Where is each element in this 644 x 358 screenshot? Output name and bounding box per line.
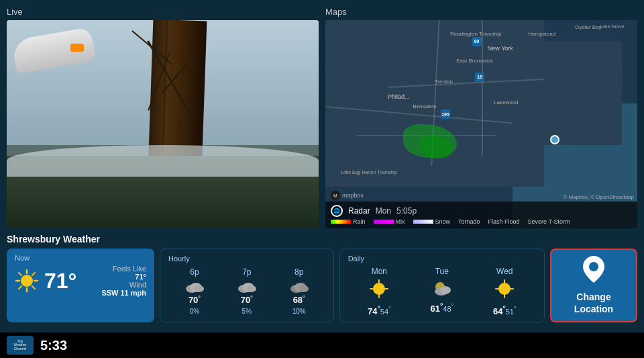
- list-item: 8p 68° 10%: [290, 267, 309, 315]
- svg-point-0: [21, 275, 33, 287]
- daily-items: Mon 74°54°: [348, 267, 536, 315]
- hourly-precip-2: 10%: [292, 308, 306, 315]
- maps-label: Maps: [325, 7, 637, 17]
- daily-high-1: 61°48°: [430, 302, 453, 314]
- cloud-icon-2: [290, 279, 309, 292]
- hourly-temp-1: 70°: [241, 294, 253, 305]
- feels-like-label: Feels Like: [101, 265, 146, 273]
- map-time: 5:05p: [396, 206, 417, 216]
- hourly-time-1: 7p: [242, 267, 251, 277]
- now-temp: 71°: [44, 269, 76, 294]
- hourly-temp-2: 68°: [293, 294, 305, 305]
- live-video-bg: [7, 20, 319, 228]
- daily-high-0: 74°54°: [368, 304, 391, 316]
- map-day: Mon: [376, 206, 391, 216]
- svg-point-26: [498, 283, 511, 295]
- list-item: 7p 70° 5%: [237, 267, 256, 315]
- map-bg: New York Trenton Philad... Hempstead Rea…: [325, 20, 637, 228]
- daily-icon-2: [494, 279, 515, 302]
- hourly-time-2: 8p: [294, 267, 303, 277]
- legend-mix: Mix: [374, 218, 405, 225]
- svg-point-17: [299, 285, 309, 292]
- cloud-icon-1: [237, 279, 256, 292]
- change-location-button[interactable]: ChangeLocation: [550, 249, 637, 322]
- hourly-precip-1: 5%: [242, 308, 252, 315]
- now-panel: Now: [7, 249, 154, 322]
- svg-point-25: [440, 286, 451, 294]
- location-pin-icon: [583, 256, 604, 285]
- legend-severe-tstorm: Severe T-Storm: [528, 218, 570, 225]
- weather-panels: Now: [7, 249, 637, 322]
- mapbox-logo: M mapbox: [331, 191, 364, 200]
- bottom-section: Shrewsbury Weather Now: [0, 228, 644, 332]
- daily-day-2: Wed: [496, 267, 513, 276]
- list-item: Wed 64°51°: [493, 267, 517, 315]
- hourly-label: Hourly: [168, 255, 325, 263]
- now-details: Feels Like 71° Wind SSW 11 mph: [101, 265, 146, 297]
- list-item: Tue 61°48°: [430, 267, 453, 315]
- hourly-items: 6p 70° 0%: [168, 267, 325, 315]
- list-item: Mon 74°54°: [368, 267, 391, 315]
- hourly-panel: Hourly 6p 70°: [160, 249, 334, 322]
- main-container: Live: [0, 0, 644, 358]
- top-section: Live: [0, 0, 644, 228]
- svg-line-8: [19, 286, 21, 289]
- feels-like-value: 71°: [101, 273, 146, 281]
- radar-label: Radar: [348, 206, 370, 216]
- hourly-time-0: 6p: [190, 267, 199, 277]
- daily-icon-1: [432, 279, 452, 299]
- live-label: Live: [7, 7, 319, 17]
- svg-point-14: [247, 285, 256, 292]
- now-temp-section: 71°: [15, 269, 76, 294]
- svg-line-6: [32, 286, 35, 289]
- footer-time: 5:33: [40, 338, 67, 353]
- weather-title: Shrewsbury Weather: [7, 234, 637, 244]
- map-attribution: © Mapbox, © OpenStreetMap: [563, 194, 634, 200]
- orange-detail: [70, 44, 84, 52]
- sun-icon: [15, 269, 39, 293]
- maps-panel: Maps: [325, 7, 637, 228]
- maps-video: New York Trenton Philad... Hempstead Rea…: [325, 20, 637, 228]
- daily-label: Daily: [348, 255, 536, 263]
- daily-panel: Daily Mon: [339, 249, 545, 322]
- cloud-icon-0: [185, 279, 204, 292]
- svg-point-18: [373, 283, 385, 295]
- map-controls: 🌐 Radar Mon 5:05p Rain: [325, 202, 637, 228]
- wind-label: Wind: [101, 281, 146, 289]
- svg-point-11: [195, 285, 204, 292]
- now-content: 71° Feels Like 71° Wind SSW 11 mph: [15, 265, 146, 297]
- globe-icon[interactable]: 🌐: [331, 205, 343, 217]
- svg-point-31: [589, 262, 598, 271]
- legend-rain: Rain: [331, 218, 366, 225]
- twc-logo: The Weather Channel: [7, 336, 34, 355]
- daily-day-1: Tue: [435, 267, 449, 276]
- legend-flash-flood: Flash Flood: [488, 218, 520, 225]
- live-panel: Live: [7, 7, 319, 228]
- daily-day-0: Mon: [372, 267, 387, 276]
- svg-line-7: [32, 273, 35, 275]
- live-video: [7, 20, 319, 228]
- legend-snow: Snow: [413, 218, 451, 225]
- svg-line-5: [19, 273, 21, 275]
- location-dot: [550, 135, 559, 144]
- wind-value: SSW 11 mph: [101, 289, 146, 297]
- list-item: 6p 70° 0%: [185, 267, 204, 315]
- hourly-precip-0: 0%: [190, 308, 199, 315]
- daily-high-2: 64°51°: [493, 304, 517, 316]
- legend-tornado: Tornado: [458, 218, 480, 225]
- hourly-temp-0: 70°: [189, 294, 201, 305]
- footer: The Weather Channel 5:33: [0, 332, 644, 358]
- change-location-text: ChangeLocation: [574, 291, 613, 315]
- now-label: Now: [15, 254, 146, 262]
- daily-icon-0: [369, 279, 389, 302]
